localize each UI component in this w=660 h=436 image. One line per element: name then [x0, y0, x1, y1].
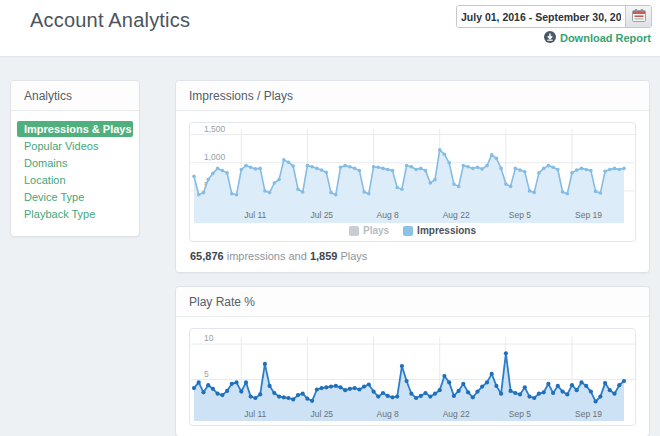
legend-item-plays[interactable]: Plays	[349, 225, 389, 236]
download-icon	[544, 31, 556, 45]
play-rate-chart[interactable]: 510Jul 11Jul 25Aug 8Aug 22Sep 5Sep 19	[190, 329, 636, 425]
sidebar-item-domains[interactable]: Domains	[17, 155, 133, 171]
svg-text:Sep 19: Sep 19	[575, 409, 602, 419]
legend-swatch-impressions	[403, 226, 413, 236]
summary-text-1: impressions and	[224, 250, 310, 262]
svg-text:Aug 8: Aug 8	[377, 409, 399, 419]
svg-text:5: 5	[204, 369, 209, 379]
impressions-plays-panel-title: Impressions / Plays	[176, 81, 649, 111]
plays-count: 1,859	[310, 250, 338, 262]
sidebar-item-impressions-plays[interactable]: Impressions & Plays	[17, 121, 133, 137]
sidebar-title: Analytics	[11, 81, 139, 111]
legend-swatch-plays	[349, 226, 359, 236]
legend-label: Impressions	[417, 225, 476, 236]
svg-text:Jul 25: Jul 25	[310, 210, 333, 220]
svg-text:Sep 5: Sep 5	[509, 210, 531, 220]
impressions-count: 65,876	[190, 250, 224, 262]
svg-text:Jul 11: Jul 11	[244, 409, 266, 419]
play-rate-panel-title: Play Rate %	[176, 287, 649, 317]
summary-text-2: Plays	[337, 250, 367, 262]
svg-text:1,500: 1,500	[204, 124, 226, 134]
date-range-picker	[456, 5, 652, 28]
impressions-chart[interactable]: 5001,0001,500Jul 11Jul 25Aug 8Aug 22Sep …	[190, 123, 636, 223]
svg-text:Sep 19: Sep 19	[575, 210, 602, 220]
analytics-sidebar: Analytics Impressions & PlaysPopular Vid…	[10, 80, 140, 237]
svg-text:10: 10	[204, 333, 214, 343]
sidebar-item-device-type[interactable]: Device Type	[17, 189, 133, 205]
svg-text:Jul 25: Jul 25	[310, 409, 333, 419]
top-bar: Account Analytics Dow	[0, 0, 660, 57]
date-range-input[interactable]	[457, 6, 625, 27]
sidebar-menu: Impressions & PlaysPopular VideosDomains…	[11, 111, 139, 236]
download-report-label: Download Report	[560, 32, 651, 44]
sidebar-item-playback-type[interactable]: Playback Type	[17, 206, 133, 222]
legend-label: Plays	[363, 225, 389, 236]
play-rate-panel: Play Rate % 510Jul 11Jul 25Aug 8Aug 22Se…	[175, 286, 650, 436]
impressions-chart-card: 5001,0001,500Jul 11Jul 25Aug 8Aug 22Sep …	[189, 122, 636, 242]
impressions-plays-panel: Impressions / Plays 5001,0001,500Jul 11J…	[175, 80, 650, 273]
svg-text:Aug 22: Aug 22	[443, 409, 470, 419]
svg-text:Aug 8: Aug 8	[377, 210, 399, 220]
svg-text:Jul 11: Jul 11	[244, 210, 266, 220]
svg-text:Sep 5: Sep 5	[509, 409, 531, 419]
page-title: Account Analytics	[30, 9, 190, 32]
calendar-button[interactable]	[625, 6, 651, 27]
svg-text:Aug 22: Aug 22	[443, 210, 470, 220]
svg-text:1,000: 1,000	[204, 152, 226, 162]
impressions-summary: 65,876 impressions and 1,859 Plays	[190, 250, 635, 262]
play-rate-chart-card: 510Jul 11Jul 25Aug 8Aug 22Sep 5Sep 19	[189, 328, 636, 426]
sidebar-item-popular-videos[interactable]: Popular Videos	[17, 138, 133, 154]
calendar-icon	[632, 9, 646, 25]
download-report-link[interactable]: Download Report	[544, 31, 651, 45]
chart-legend: PlaysImpressions	[190, 223, 635, 241]
sidebar-item-location[interactable]: Location	[17, 172, 133, 188]
legend-item-impressions[interactable]: Impressions	[403, 225, 476, 236]
main-content: Impressions / Plays 5001,0001,500Jul 11J…	[175, 80, 650, 436]
